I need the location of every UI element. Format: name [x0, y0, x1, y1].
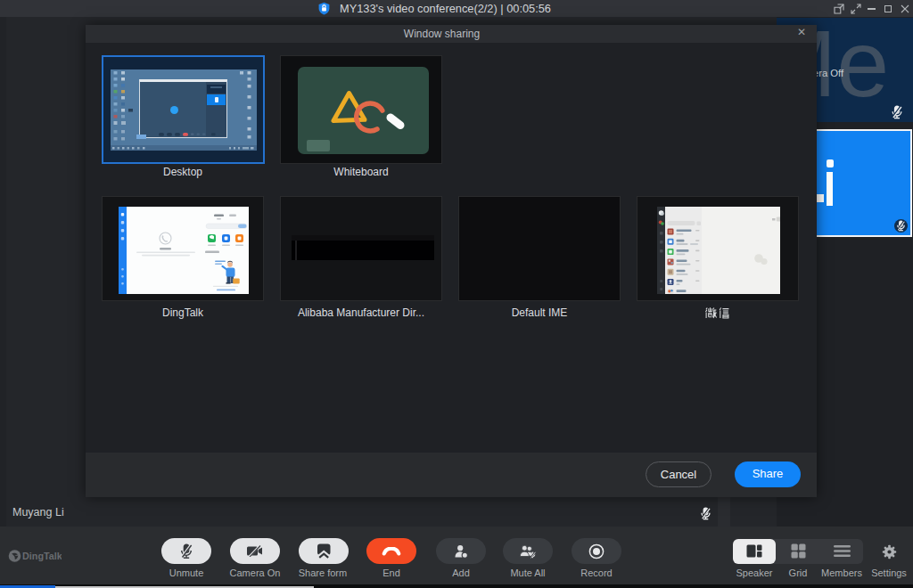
- svg-text:DingTalk: DingTalk: [22, 551, 62, 561]
